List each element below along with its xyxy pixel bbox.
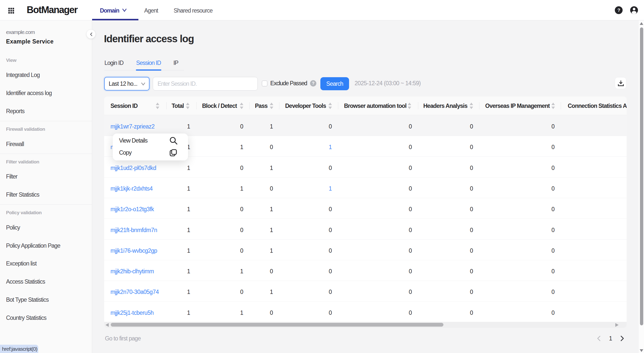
svg-text:?: ? [617, 8, 620, 13]
